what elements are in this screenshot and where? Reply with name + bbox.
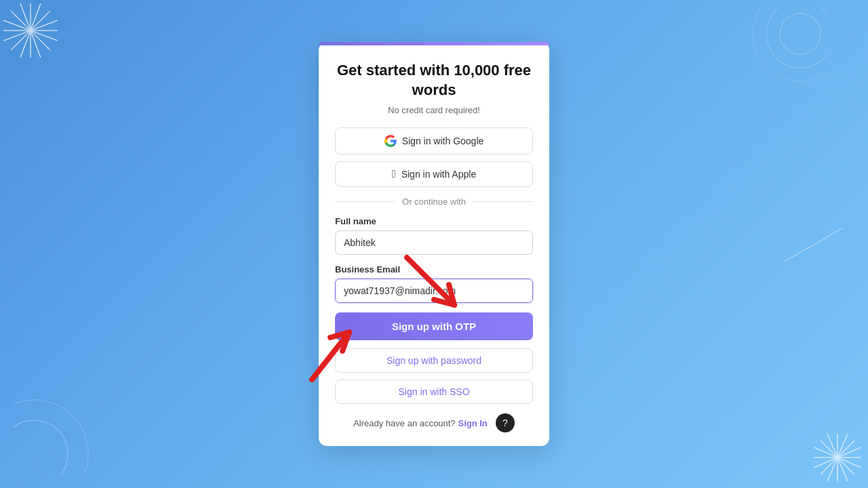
divider-text: Or continue with: [402, 197, 466, 207]
deco-arc-bl-icon: [14, 366, 122, 474]
password-btn-label: Sign up with password: [387, 355, 481, 366]
sso-btn-label: Sign in with SSO: [398, 386, 469, 397]
signup-card: Get started with 10,000 free words No cr…: [319, 42, 549, 446]
signin-link[interactable]: Sign In: [458, 418, 487, 428]
card-title: Get started with 10,000 free words: [335, 61, 533, 100]
divider: Or continue with: [335, 197, 533, 207]
google-signin-label: Sign in with Google: [402, 136, 484, 146]
google-icon: [384, 135, 397, 147]
svg-point-10: [753, 7, 827, 81]
signin-text: Already have an account?: [353, 418, 455, 428]
starburst-br-icon: [814, 434, 861, 481]
apple-signin-button[interactable]:  Sign in with Apple: [335, 161, 533, 187]
svg-point-9: [766, 7, 827, 68]
full-name-label: Full name: [335, 216, 533, 226]
sso-signin-button[interactable]: Sign in with SSO: [335, 380, 533, 404]
apple-icon: : [392, 169, 396, 180]
help-icon: ?: [502, 418, 508, 428]
svg-point-8: [780, 14, 821, 54]
svg-point-12: [14, 400, 88, 474]
full-name-input[interactable]: [335, 230, 533, 255]
email-group: Business Email: [335, 264, 533, 303]
deco-line-right: [784, 227, 844, 262]
starburst-tl-icon: [3, 3, 58, 58]
google-signin-button[interactable]: Sign in with Google: [335, 127, 533, 155]
help-button[interactable]: ?: [496, 413, 515, 432]
deco-circles-tr-icon: [705, 7, 827, 129]
signin-row: Already have an account? Sign In ?: [335, 413, 533, 432]
card-top-bar: [319, 42, 549, 45]
email-input[interactable]: [335, 279, 533, 303]
svg-point-11: [14, 420, 68, 474]
otp-signup-button[interactable]: Sign up with OTP: [335, 312, 533, 340]
full-name-group: Full name: [335, 216, 533, 255]
otp-btn-label: Sign up with OTP: [392, 321, 476, 332]
password-signup-button[interactable]: Sign up with password: [335, 348, 533, 373]
apple-signin-label: Sign in with Apple: [401, 169, 477, 180]
card-subtitle: No credit card required!: [335, 105, 533, 115]
email-label: Business Email: [335, 264, 533, 274]
